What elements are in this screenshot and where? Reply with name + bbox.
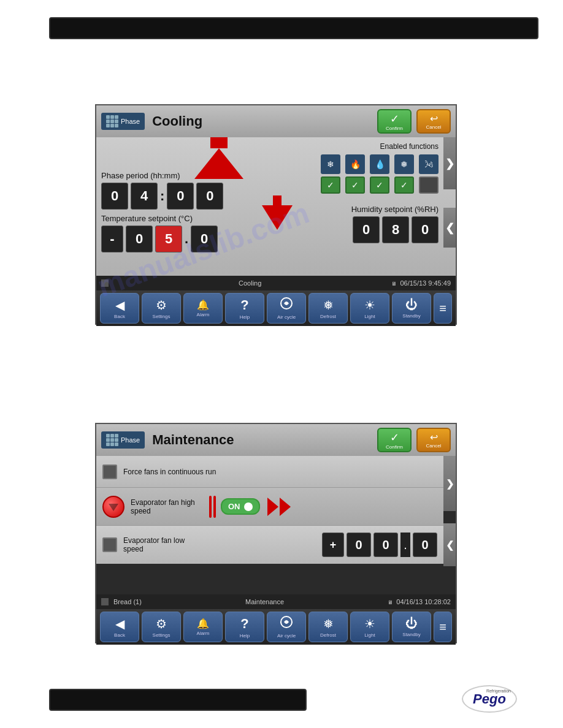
nav-arrow-left[interactable]: ❮	[443, 208, 456, 248]
temp-digit-0[interactable]: 0	[126, 226, 153, 252]
cancel-button-2[interactable]: ↩ Cancel	[416, 428, 451, 452]
status-indicator-2	[101, 598, 109, 605]
confirm-label-2: Confirm	[386, 444, 403, 450]
pego-logo-circle: Refrigeration Pego	[462, 685, 517, 713]
tb2-menu-button[interactable]: ≡	[434, 612, 452, 642]
back-label: Back	[114, 314, 125, 319]
screen2-header: Phase Maintenance ✓ Confirm ↩ Cancel	[96, 424, 456, 456]
temp-section: Temperature setpoint (°C) - 0 5 . 0	[101, 214, 267, 252]
defrost-label-2: Defrost	[320, 632, 336, 638]
right-arrow-1	[267, 498, 278, 516]
evap-fan-high-row: Evaporator fan high speed ON	[96, 488, 443, 526]
tb-back-button[interactable]: ◀ Back	[100, 293, 139, 324]
tb2-settings-button[interactable]: ⚙ Settings	[142, 612, 181, 642]
help-icon: ?	[240, 297, 248, 313]
phase-digit-2[interactable]: 0	[167, 183, 194, 210]
low-digit-plus[interactable]: +	[322, 533, 344, 557]
colon-sep: :	[160, 188, 164, 204]
phase-digit-3[interactable]: 0	[196, 183, 223, 210]
func-check-5[interactable]	[419, 176, 439, 194]
tb-defrost-button[interactable]: ❅ Defrost	[308, 293, 348, 324]
low-speed-digit-display: + 0 0 . 0	[322, 533, 437, 557]
bottom-bar	[49, 689, 307, 711]
phase-digit-0[interactable]: 0	[101, 183, 128, 210]
right-arrow-2	[280, 498, 291, 516]
nav-right-arrow-icon: ❯	[445, 157, 454, 170]
status-date-2: 🖥 04/16/13 10:28:02	[388, 598, 451, 605]
tb2-aircycle-button[interactable]: Air cycle	[267, 612, 306, 642]
temp-digit-2[interactable]: 0	[191, 226, 218, 252]
up-arrow	[194, 137, 243, 179]
tb-help-button[interactable]: ? Help	[225, 293, 264, 324]
light-label: Light	[364, 314, 375, 319]
hum-digit-0[interactable]: 0	[353, 216, 380, 243]
on-toggle[interactable]: ON	[221, 498, 260, 515]
tb2-standby-button[interactable]: ⏻ Standby	[392, 612, 431, 642]
tb-menu-button[interactable]: ≡	[434, 293, 452, 324]
pego-brand: Refrigeration	[486, 689, 511, 693]
alarm-label: Alarm	[197, 312, 210, 317]
tb2-light-button[interactable]: ☀ Light	[350, 612, 389, 642]
func-icon-fan: 🌬	[419, 154, 439, 174]
toolbar2: ◀ Back ⚙ Settings 🔔 Alarm ? Help Air cyc…	[96, 609, 456, 645]
tb-aircycle-button[interactable]: Air cycle	[267, 293, 306, 324]
status-date: 🖥 06/15/13 9:45:49	[391, 279, 451, 287]
aircycle-icon	[280, 297, 293, 313]
phase-digit-1[interactable]: 4	[131, 183, 158, 210]
func-icon-snowflake: ❅	[394, 154, 414, 174]
on-label: ON	[228, 502, 240, 511]
low-digit-0[interactable]: 0	[347, 533, 371, 557]
confirm-button[interactable]: ✓ Confirm	[377, 109, 412, 134]
status-bar-2: Bread (1) Maintenance 🖥 04/16/13 10:28:0…	[96, 594, 456, 609]
func-check-2[interactable]: ✓	[345, 176, 365, 194]
settings-icon-2: ⚙	[156, 616, 167, 631]
screen1-title: Cooling	[152, 113, 202, 129]
confirm-button-2[interactable]: ✓ Confirm	[377, 428, 412, 452]
low-digit-1[interactable]: 0	[373, 533, 398, 557]
evap-fan-high-toggle[interactable]	[102, 496, 124, 518]
tb2-help-button[interactable]: ? Help	[225, 612, 264, 642]
nav-arrow-right[interactable]: ❯	[443, 137, 456, 189]
hum-digit-1[interactable]: 8	[382, 216, 409, 243]
maintenance-body: Humidity control threshold (°C) Force fa…	[96, 456, 456, 594]
func-icon-snow: ❄	[321, 154, 340, 174]
tb-settings-button[interactable]: ⚙ Settings	[142, 293, 181, 324]
help-icon-2: ?	[240, 616, 248, 632]
back-icon-2: ◀	[115, 616, 124, 631]
pego-name: Pego	[473, 691, 506, 707]
tb-light-button[interactable]: ☀ Light	[350, 293, 389, 324]
tb2-back-button[interactable]: ◀ Back	[100, 612, 139, 642]
tb-standby-button[interactable]: ⏻ Standby	[392, 293, 431, 324]
force-fans-label: Force fans in continuous run	[123, 468, 216, 476]
defrost-label: Defrost	[320, 314, 336, 319]
low-digit-dot: .	[400, 533, 410, 557]
nav-arrow-right-2[interactable]: ❯	[443, 456, 456, 511]
alarm-icon: 🔔	[197, 299, 209, 311]
hum-digit-2[interactable]: 0	[412, 216, 439, 243]
temp-minus[interactable]: -	[101, 226, 123, 252]
temp-dot: .	[185, 231, 188, 247]
toggle-circle	[244, 502, 253, 511]
temp-digit-1[interactable]: 5	[155, 226, 182, 252]
func-check-1[interactable]: ✓	[321, 176, 340, 194]
aircycle-icon-2	[280, 615, 293, 632]
menu-icon: ≡	[439, 301, 446, 316]
phase-label-2: Phase	[121, 436, 140, 444]
force-fans-checkbox[interactable]	[102, 464, 117, 479]
func-check-4[interactable]: ✓	[394, 176, 414, 194]
standby-icon: ⏻	[405, 298, 418, 312]
tb2-alarm-button[interactable]: 🔔 Alarm	[183, 612, 223, 642]
evap-fan-low-row: Evaporator fan low speed + 0 0 . 0	[96, 526, 443, 564]
cancel-button[interactable]: ↩ Cancel	[416, 109, 451, 134]
phase-grid-icon-2	[106, 434, 118, 446]
aircycle-label: Air cycle	[277, 314, 296, 320]
tb-alarm-button[interactable]: 🔔 Alarm	[183, 293, 223, 324]
tb2-defrost-button[interactable]: ❅ Defrost	[308, 612, 348, 642]
phase-label: Phase	[121, 118, 140, 125]
nav-arrow-left-2[interactable]: ❮	[443, 523, 456, 566]
low-digit-2[interactable]: 0	[413, 533, 437, 557]
evap-fan-low-checkbox[interactable]	[102, 537, 117, 552]
screen2-title: Maintenance	[152, 432, 234, 448]
screen2-maintenance: Phase Maintenance ✓ Confirm ↩ Cancel Hum…	[95, 423, 457, 643]
func-check-3[interactable]: ✓	[370, 176, 389, 194]
